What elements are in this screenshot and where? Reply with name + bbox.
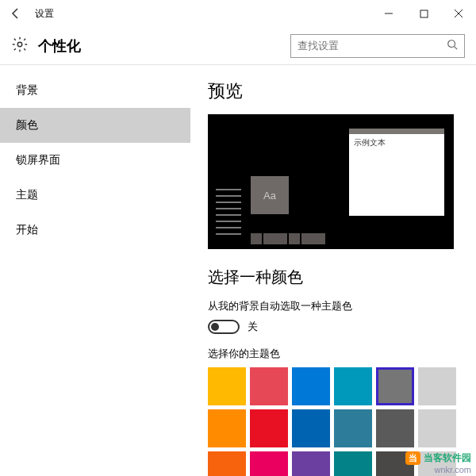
search-input[interactable] (298, 40, 447, 52)
color-swatch[interactable] (250, 409, 288, 447)
svg-point-4 (17, 42, 22, 47)
choose-accent-label: 选择你的主题色 (208, 347, 459, 361)
sidebar-item-start[interactable]: 开始 (0, 213, 190, 248)
close-button[interactable] (441, 0, 476, 27)
maximize-icon (420, 10, 428, 18)
svg-rect-1 (420, 10, 428, 17)
content-area: 预览 Aa 示例文本 选择一种颜色 从我的背景自动选取一种主题色 (190, 65, 476, 476)
auto-accent-toggle[interactable] (208, 320, 240, 334)
arrow-left-icon (10, 7, 22, 20)
minimize-button[interactable] (371, 0, 406, 27)
close-icon (454, 9, 463, 18)
color-swatch[interactable] (376, 409, 414, 447)
maximize-button[interactable] (406, 0, 441, 27)
preview-window: 示例文本 (349, 129, 444, 216)
sidebar-item-colors[interactable]: 颜色 (0, 108, 190, 143)
header: 个性化 (0, 27, 476, 65)
minimize-icon (384, 9, 393, 18)
watermark: 当当客软件园 wnkr.com (405, 451, 471, 474)
toggle-knob (211, 323, 219, 331)
sidebar-item-lockscreen[interactable]: 锁屏界面 (0, 143, 190, 178)
back-button[interactable] (0, 0, 32, 27)
sidebar: 背景 颜色 锁屏界面 主题 开始 (0, 65, 190, 476)
preview-start-menu: Aa (213, 176, 340, 244)
color-swatch[interactable] (208, 451, 246, 476)
pick-color-heading: 选择一种颜色 (208, 267, 459, 288)
search-icon (447, 39, 458, 53)
color-swatch[interactable] (376, 367, 414, 405)
color-swatch[interactable] (292, 409, 330, 447)
sidebar-item-background[interactable]: 背景 (0, 73, 190, 108)
watermark-url: wnkr.com (405, 465, 471, 474)
color-swatch[interactable] (292, 367, 330, 405)
color-swatch[interactable] (334, 367, 372, 405)
color-swatch[interactable] (418, 367, 456, 405)
preview-heading: 预览 (208, 79, 459, 103)
color-swatch[interactable] (250, 367, 288, 405)
color-swatch[interactable] (292, 451, 330, 476)
color-swatch[interactable] (334, 409, 372, 447)
color-swatch[interactable] (250, 451, 288, 476)
window-title: 设置 (35, 7, 54, 21)
preview-tile-label: Aa (251, 176, 289, 214)
gear-icon (11, 36, 29, 56)
auto-accent-label: 从我的背景自动选取一种主题色 (208, 299, 459, 313)
titlebar: 设置 (0, 0, 476, 27)
preview-window-text: 示例文本 (349, 134, 444, 152)
svg-point-5 (448, 40, 455, 47)
watermark-brand: 当客软件园 (424, 451, 471, 465)
svg-line-6 (455, 46, 458, 49)
preview-box: Aa 示例文本 (208, 114, 454, 249)
page-title: 个性化 (38, 36, 81, 56)
toggle-state-label: 关 (248, 320, 258, 334)
watermark-badge: 当 (405, 451, 420, 465)
search-box[interactable] (290, 34, 465, 58)
color-swatch[interactable] (418, 409, 456, 447)
sidebar-item-themes[interactable]: 主题 (0, 178, 190, 213)
color-swatch[interactable] (334, 451, 372, 476)
color-swatch[interactable] (208, 367, 246, 405)
color-swatch[interactable] (208, 409, 246, 447)
